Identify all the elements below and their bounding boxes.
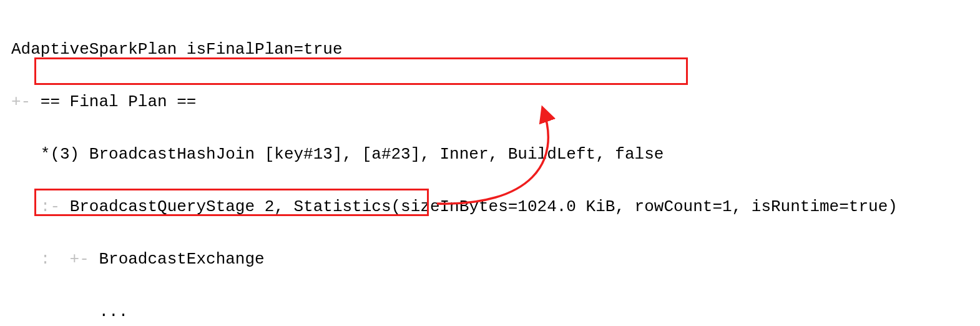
plan-line-4: :- BroadcastQueryStage 2, Statistics(siz… <box>11 194 969 220</box>
tree-glyph <box>11 302 99 321</box>
final-plan-header: == Final Plan == <box>41 92 197 111</box>
tree-glyph: +- <box>11 92 41 111</box>
broadcast-exchange-line: BroadcastExchange <box>99 250 264 269</box>
plan-line-5: : +- BroadcastExchange <box>11 246 969 272</box>
broadcast-query-stage-line: BroadcastQueryStage 2, Statistics(sizeIn… <box>70 197 898 216</box>
plan-line-3: *(3) BroadcastHashJoin [key#13], [a#23],… <box>11 141 969 167</box>
line1-text: AdaptiveSparkPlan isFinalPlan=true <box>11 40 343 59</box>
plan-line-1: AdaptiveSparkPlan isFinalPlan=true <box>11 36 969 62</box>
plan-line-6: ... <box>11 299 969 325</box>
ellipsis: ... <box>99 302 128 321</box>
plan-line-2: +- == Final Plan == <box>11 89 969 115</box>
tree-glyph: : +- <box>11 250 99 269</box>
tree-glyph: :- <box>11 197 70 216</box>
tree-glyph <box>11 145 41 164</box>
broadcast-hash-join-line: *(3) BroadcastHashJoin [key#13], [a#23],… <box>41 145 664 164</box>
spark-plan-code: AdaptiveSparkPlan isFinalPlan=true +- ==… <box>0 0 980 326</box>
